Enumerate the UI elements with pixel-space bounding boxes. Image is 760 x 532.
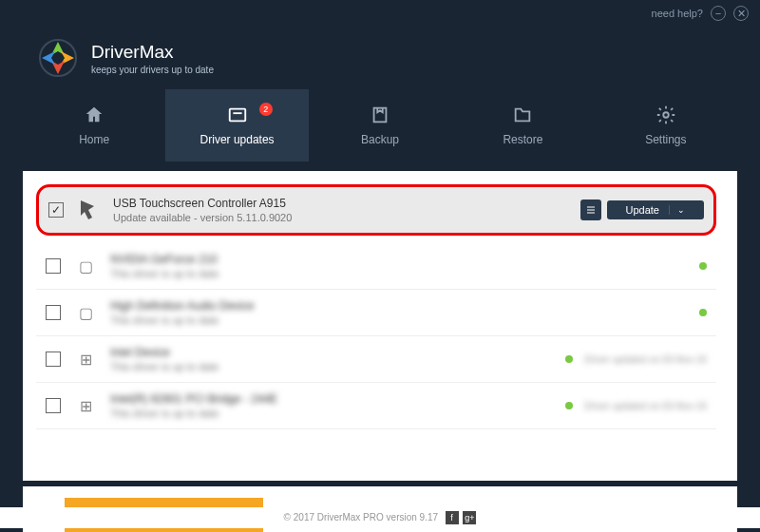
- windows-icon: ⊞: [72, 346, 99, 372]
- svg-point-4: [663, 112, 669, 118]
- tab-restore[interactable]: Restore: [451, 89, 594, 162]
- tab-updates-label: Driver updates: [200, 133, 275, 146]
- driver-checkbox[interactable]: [46, 258, 61, 274]
- driver-name: Intel(R) 82801 PCI Bridge - 244E: [110, 392, 548, 406]
- update-button-label: Update: [626, 204, 659, 216]
- updates-badge: 2: [259, 103, 273, 116]
- status-dot: [699, 309, 707, 316]
- main-nav: Home Driver updates 2 Backup Restore Set…: [0, 89, 760, 162]
- list-icon: [585, 204, 597, 216]
- driver-list-panel: USB Touchscreen Controller A915 Update a…: [23, 171, 737, 481]
- backup-icon: [370, 104, 390, 125]
- driver-status: This driver is up to date: [110, 408, 548, 419]
- home-icon: [84, 104, 104, 125]
- windows-icon: ⊞: [72, 392, 99, 419]
- driver-date: Driver updated on 03-Nov-16: [584, 354, 707, 365]
- touchscreen-icon: [75, 197, 102, 223]
- restore-icon: [512, 104, 533, 125]
- app-tagline: keeps your drivers up to date: [91, 65, 214, 75]
- app-title: DriverMax: [91, 42, 214, 63]
- app-header: DriverMax keeps your drivers up to date: [0, 27, 760, 89]
- driver-name: USB Touchscreen Controller A915: [113, 197, 569, 210]
- driver-row[interactable]: ⊞ Intel DeviceThis driver is up to date …: [36, 336, 716, 383]
- app-logo-icon: [38, 38, 78, 78]
- driver-status: This driver is up to date: [110, 361, 548, 372]
- driver-row[interactable]: ▢ NVIDIA GeForce 210This driver is up to…: [36, 243, 716, 290]
- credits-bar: © 2017 DriverMax PRO version 9.17 f g+: [0, 507, 760, 528]
- minimize-button[interactable]: −: [711, 6, 726, 21]
- help-link[interactable]: need help?: [652, 8, 703, 19]
- chevron-down-icon[interactable]: ⌄: [669, 205, 685, 215]
- copyright-text: © 2017 DriverMax PRO version 9.17: [284, 512, 438, 522]
- tab-settings[interactable]: Settings: [595, 89, 737, 162]
- driver-name: NVIDIA GeForce 210: [110, 253, 682, 266]
- status-dot: [699, 262, 707, 270]
- close-button[interactable]: ✕: [733, 6, 749, 21]
- driver-status: Update available - version 5.11.0.9020: [113, 212, 569, 223]
- tab-home-label: Home: [79, 133, 109, 146]
- driver-date: Driver updated on 03-Nov-16: [584, 401, 707, 411]
- driver-row-highlighted[interactable]: USB Touchscreen Controller A915 Update a…: [36, 184, 716, 236]
- driver-name: Intel Device: [110, 346, 548, 359]
- settings-icon: [656, 104, 676, 125]
- driver-scroll[interactable]: USB Touchscreen Controller A915 Update a…: [36, 184, 724, 467]
- tab-restore-label: Restore: [503, 133, 542, 146]
- tab-driver-updates[interactable]: Driver updates 2: [165, 89, 308, 162]
- driver-name: High Definition Audio Device: [110, 299, 682, 313]
- tab-settings-label: Settings: [645, 133, 686, 146]
- driver-status: This driver is up to date: [110, 314, 682, 326]
- driver-checkbox[interactable]: [46, 398, 61, 413]
- tab-backup-label: Backup: [361, 133, 399, 146]
- driver-details-button[interactable]: [580, 200, 601, 220]
- monitor-icon: ▢: [72, 253, 99, 279]
- google-plus-icon[interactable]: g+: [463, 511, 476, 524]
- facebook-icon[interactable]: f: [446, 511, 459, 524]
- tab-home[interactable]: Home: [23, 89, 165, 162]
- updates-icon: [227, 104, 248, 125]
- tab-backup[interactable]: Backup: [309, 89, 451, 162]
- driver-checkbox[interactable]: [46, 352, 61, 367]
- update-button[interactable]: Update ⌄: [607, 200, 704, 219]
- driver-checkbox[interactable]: [48, 202, 64, 218]
- status-dot: [565, 402, 573, 409]
- driver-status: This driver is up to date: [110, 268, 682, 279]
- driver-checkbox[interactable]: [46, 305, 61, 320]
- driver-row[interactable]: ▢ High Definition Audio DeviceThis drive…: [36, 290, 716, 336]
- status-dot: [565, 355, 573, 363]
- audio-icon: ▢: [72, 299, 99, 326]
- driver-row[interactable]: ⊞ Intel(R) 82801 PCI Bridge - 244EThis d…: [36, 383, 716, 429]
- svg-rect-1: [229, 109, 245, 122]
